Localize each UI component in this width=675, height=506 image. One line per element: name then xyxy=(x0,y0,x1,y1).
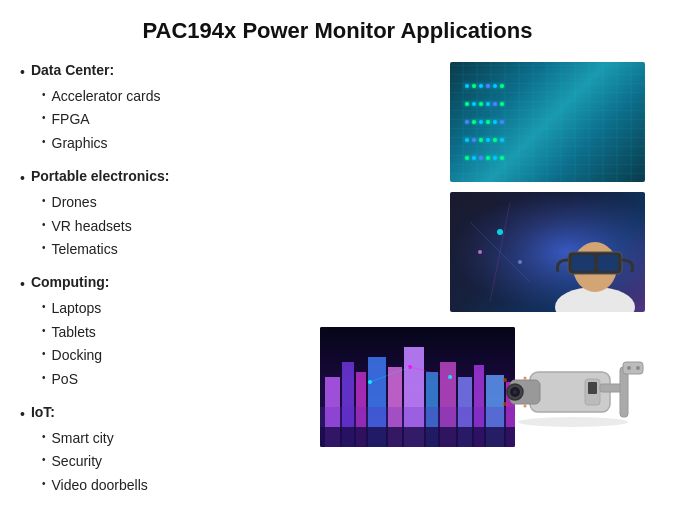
item-label: FPGA xyxy=(52,108,90,130)
section-title-computing: Computing: xyxy=(31,274,110,290)
section-title-portable: Portable electronics: xyxy=(31,168,170,184)
item-label: Smart city xyxy=(52,427,114,449)
item-label: PoS xyxy=(52,368,78,390)
item-label: Accelerator cards xyxy=(52,85,161,107)
page-wrapper: PAC194x Power Monitor Applications • Dat… xyxy=(0,0,675,506)
bullet-dot: • xyxy=(20,274,25,295)
smart-city-image xyxy=(320,327,515,447)
sub-bullet-icon: • xyxy=(42,297,46,316)
svg-point-44 xyxy=(503,402,507,406)
list-item: •Telematics xyxy=(42,238,320,260)
server-room-image xyxy=(450,62,645,182)
svg-rect-25 xyxy=(320,427,515,447)
sub-bullet-icon: • xyxy=(42,427,46,446)
svg-point-47 xyxy=(518,417,628,427)
sub-bullet-icon: • xyxy=(42,85,46,104)
sub-bullet-icon: • xyxy=(42,108,46,127)
content-area: • Data Center: •Accelerator cards •FPGA … xyxy=(20,62,655,506)
security-camera-image xyxy=(495,342,665,472)
item-label: Drones xyxy=(52,191,97,213)
svg-point-41 xyxy=(627,366,631,370)
list-item: •Smart city xyxy=(42,427,320,449)
list-item: •Security xyxy=(42,450,320,472)
sub-list-data-center: •Accelerator cards •FPGA •Graphics xyxy=(42,85,320,154)
bullet-dot: • xyxy=(20,168,25,189)
list-item: •Tablets xyxy=(42,321,320,343)
list-item: •FPGA xyxy=(42,108,320,130)
svg-point-6 xyxy=(497,229,503,235)
section-title-data-center: Data Center: xyxy=(31,62,114,78)
bullet-dot: • xyxy=(20,62,25,83)
item-label: Telematics xyxy=(52,238,118,260)
item-label: Laptops xyxy=(52,297,102,319)
list-item: •Accelerator cards xyxy=(42,85,320,107)
right-column xyxy=(320,62,655,506)
item-label: Docking xyxy=(52,344,103,366)
top-bullet-computing: • Computing: xyxy=(20,274,320,295)
svg-point-8 xyxy=(518,260,522,264)
section-iot: • IoT: •Smart city •Security •Video door… xyxy=(20,404,320,496)
item-label: VR headsets xyxy=(52,215,132,237)
sub-bullet-icon: • xyxy=(42,191,46,210)
sub-bullet-icon: • xyxy=(42,215,46,234)
item-label: Video doorbells xyxy=(52,474,148,496)
sub-bullet-icon: • xyxy=(42,474,46,493)
item-label: Security xyxy=(52,450,103,472)
bullet-dot: • xyxy=(20,404,25,425)
svg-point-42 xyxy=(636,366,640,370)
list-item: •PoS xyxy=(42,368,320,390)
section-computing: • Computing: •Laptops •Tablets •Docking … xyxy=(20,274,320,390)
list-item: •VR headsets xyxy=(42,215,320,237)
sub-bullet-icon: • xyxy=(42,368,46,387)
svg-point-45 xyxy=(524,377,527,380)
list-item: •Drones xyxy=(42,191,320,213)
sub-bullet-icon: • xyxy=(42,321,46,340)
svg-rect-4 xyxy=(572,255,594,271)
item-label: Tablets xyxy=(52,321,96,343)
sub-bullet-icon: • xyxy=(42,238,46,257)
list-item: •Laptops xyxy=(42,297,320,319)
section-title-iot: IoT: xyxy=(31,404,55,420)
item-label: Graphics xyxy=(52,132,108,154)
svg-rect-37 xyxy=(588,382,597,394)
top-bullet-portable: • Portable electronics: xyxy=(20,168,320,189)
section-portable: • Portable electronics: •Drones •VR head… xyxy=(20,168,320,260)
svg-rect-5 xyxy=(598,255,618,271)
sub-list-computing: •Laptops •Tablets •Docking •PoS xyxy=(42,297,320,390)
sub-bullet-icon: • xyxy=(42,132,46,151)
top-bullet-iot: • IoT: xyxy=(20,404,320,425)
sub-list-portable: •Drones •VR headsets •Telematics xyxy=(42,191,320,260)
sub-bullet-icon: • xyxy=(42,344,46,363)
page-title: PAC194x Power Monitor Applications xyxy=(20,18,655,44)
list-item: •Video doorbells xyxy=(42,474,320,496)
top-bullet-data-center: • Data Center: xyxy=(20,62,320,83)
sub-bullet-icon: • xyxy=(42,450,46,469)
list-item: •Docking xyxy=(42,344,320,366)
svg-point-46 xyxy=(524,405,527,408)
svg-point-7 xyxy=(478,250,482,254)
section-data-center: • Data Center: •Accelerator cards •FPGA … xyxy=(20,62,320,154)
list-item: •Graphics xyxy=(42,132,320,154)
sub-list-iot: •Smart city •Security •Video doorbells xyxy=(42,427,320,496)
vr-headset-image xyxy=(450,192,645,312)
left-column: • Data Center: •Accelerator cards •FPGA … xyxy=(20,62,320,506)
svg-point-35 xyxy=(513,390,517,394)
svg-point-43 xyxy=(503,378,507,382)
